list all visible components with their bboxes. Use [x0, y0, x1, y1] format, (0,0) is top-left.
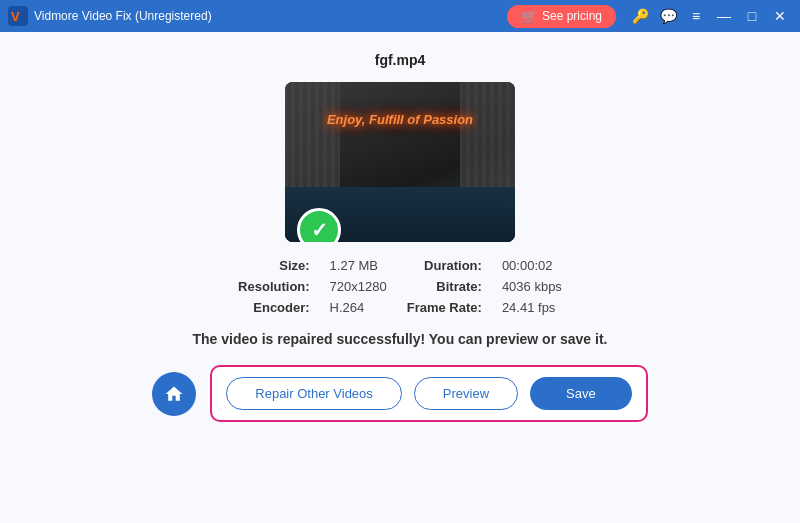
app-logo-icon: V [8, 6, 28, 26]
file-name: fgf.mp4 [375, 52, 426, 68]
main-content: fgf.mp4 Enjoy, Fulfill of Passion ✓ Size… [0, 32, 800, 523]
close-button[interactable]: ✕ [768, 4, 792, 28]
info-table: Size: 1.27 MB Duration: 00:00:02 Resolut… [238, 258, 562, 315]
success-message: The video is repaired successfully! You … [193, 331, 608, 347]
key-icon-button[interactable]: 🔑 [628, 4, 652, 28]
action-area: Repair Other Videos Preview Save [152, 365, 647, 422]
maximize-button[interactable]: □ [740, 4, 764, 28]
encoder-label: Encoder: [238, 300, 310, 315]
minimize-button[interactable]: — [712, 4, 736, 28]
video-thumbnail: Enjoy, Fulfill of Passion ✓ [285, 82, 515, 242]
message-icon-button[interactable]: 💬 [656, 4, 680, 28]
title-bar: V Vidmore Video Fix (Unregistered) 🛒 See… [0, 0, 800, 32]
repair-other-button[interactable]: Repair Other Videos [226, 377, 402, 410]
bitrate-label: Bitrate: [407, 279, 482, 294]
bitrate-value: 4036 kbps [502, 279, 562, 294]
duration-label: Duration: [407, 258, 482, 273]
resolution-label: Resolution: [238, 279, 310, 294]
pricing-button[interactable]: 🛒 See pricing [507, 5, 616, 28]
pricing-label: See pricing [542, 9, 602, 23]
neon-text: Enjoy, Fulfill of Passion [327, 112, 473, 127]
framerate-value: 24.41 fps [502, 300, 562, 315]
duration-value: 00:00:02 [502, 258, 562, 273]
cart-icon: 🛒 [521, 9, 537, 24]
size-label: Size: [238, 258, 310, 273]
app-title: Vidmore Video Fix (Unregistered) [34, 9, 507, 23]
home-icon [164, 384, 184, 404]
preview-button[interactable]: Preview [414, 377, 518, 410]
svg-text:V: V [11, 9, 20, 24]
resolution-value: 720x1280 [330, 279, 387, 294]
encoder-value: H.264 [330, 300, 387, 315]
window-controls: 🔑 💬 ≡ — □ ✕ [628, 4, 792, 28]
menu-icon-button[interactable]: ≡ [684, 4, 708, 28]
home-button[interactable] [152, 372, 196, 416]
framerate-label: Frame Rate: [407, 300, 482, 315]
action-buttons-container: Repair Other Videos Preview Save [210, 365, 647, 422]
size-value: 1.27 MB [330, 258, 387, 273]
save-button[interactable]: Save [530, 377, 632, 410]
